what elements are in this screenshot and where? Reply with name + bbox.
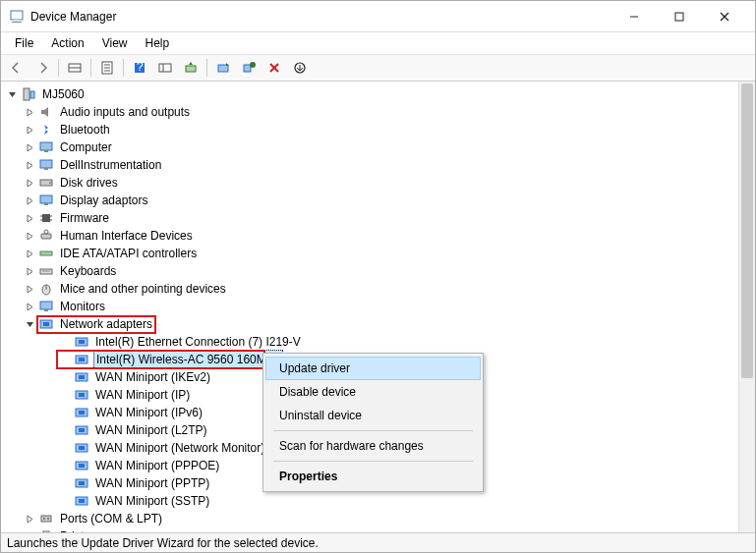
- device-tree[interactable]: MJ5060Audio inputs and outputsBluetoothC…: [1, 82, 755, 532]
- speaker-icon: [38, 104, 54, 120]
- toolbar-sep: [58, 59, 59, 77]
- tree-category[interactable]: Firmware: [5, 209, 755, 227]
- tree-root[interactable]: MJ5060: [5, 85, 755, 103]
- tree-category[interactable]: Print queues: [5, 527, 755, 532]
- svg-rect-53: [79, 358, 85, 361]
- svg-rect-26: [40, 142, 52, 150]
- device-label: WAN Miniport (IPv6): [93, 404, 204, 421]
- ctx-uninstall-device[interactable]: Uninstall device: [265, 404, 481, 427]
- svg-rect-24: [24, 88, 29, 100]
- menu-help[interactable]: Help: [138, 34, 178, 52]
- chevron-down-icon[interactable]: [23, 317, 36, 331]
- menu-action[interactable]: Action: [43, 34, 91, 52]
- monitor-icon: [38, 139, 54, 155]
- chevron-right-icon[interactable]: [23, 247, 36, 260]
- forward-button[interactable]: [30, 57, 54, 79]
- svg-rect-34: [42, 214, 50, 222]
- chevron-right-icon[interactable]: [23, 105, 36, 119]
- ctx-disable-device[interactable]: Disable device: [265, 380, 481, 404]
- net-icon: [74, 405, 89, 420]
- tree-category[interactable]: Human Interface Devices: [5, 227, 755, 245]
- uninstall-button[interactable]: [237, 57, 261, 79]
- chevron-right-icon[interactable]: [23, 300, 36, 313]
- scan-button[interactable]: [179, 57, 203, 79]
- context-menu: Update driver Disable device Uninstall d…: [262, 353, 484, 492]
- statusbar: Launches the Update Driver Wizard for th…: [1, 532, 755, 552]
- net-icon: [74, 352, 89, 367]
- help-button[interactable]: ?: [128, 57, 151, 79]
- action-button[interactable]: [153, 57, 177, 79]
- chevron-right-icon[interactable]: [23, 211, 36, 225]
- svg-rect-15: [159, 64, 171, 72]
- back-button[interactable]: [5, 57, 29, 79]
- category-label: Firmware: [58, 209, 111, 227]
- printer-icon: [38, 528, 54, 532]
- close-button[interactable]: [702, 2, 747, 31]
- svg-rect-1: [14, 20, 20, 22]
- enable-button[interactable]: [288, 57, 312, 79]
- ctx-update-driver[interactable]: Update driver: [265, 357, 481, 380]
- scroll-thumb[interactable]: [741, 83, 753, 378]
- svg-point-71: [43, 518, 45, 520]
- ctx-properties[interactable]: Properties: [265, 465, 481, 488]
- chevron-right-icon[interactable]: [23, 229, 36, 243]
- app-icon: [9, 9, 25, 25]
- svg-rect-74: [43, 531, 49, 532]
- svg-rect-17: [186, 66, 196, 72]
- minimize-button[interactable]: [611, 2, 657, 31]
- device-label: WAN Miniport (L2TP): [93, 421, 209, 439]
- tree-category[interactable]: IDE ATA/ATAPI controllers: [5, 245, 755, 262]
- svg-rect-27: [44, 150, 48, 152]
- ctx-separator: [273, 461, 473, 462]
- net-icon: [74, 369, 89, 385]
- tree-category[interactable]: Display adaptors: [5, 192, 755, 209]
- tree-device[interactable]: Intel(R) Ethernet Connection (7) I219-V: [5, 333, 755, 351]
- chevron-right-icon[interactable]: [23, 264, 36, 278]
- scrollbar[interactable]: [738, 82, 755, 532]
- chevron-down-icon[interactable]: [5, 87, 19, 101]
- tree-category[interactable]: Computer: [5, 138, 755, 156]
- category-label: Display adaptors: [58, 192, 149, 209]
- svg-rect-18: [218, 65, 228, 72]
- maximize-button[interactable]: [657, 2, 702, 31]
- tree-category[interactable]: Network adapters: [5, 315, 755, 333]
- chevron-right-icon[interactable]: [23, 123, 36, 137]
- chevron-right-icon[interactable]: [23, 194, 36, 207]
- menu-file[interactable]: File: [7, 34, 41, 52]
- device-label: Intel(R) Wireless-AC 9560 160MHz: [93, 350, 283, 369]
- svg-rect-69: [79, 499, 85, 503]
- show-hide-button[interactable]: [63, 57, 87, 79]
- net-icon: [74, 493, 89, 509]
- menubar: File Action View Help: [1, 32, 755, 54]
- device-label: WAN Miniport (Network Monitor): [93, 439, 266, 457]
- category-label: IDE ATA/ATAPI controllers: [58, 245, 199, 262]
- disable-button[interactable]: [262, 57, 286, 79]
- ctx-scan-hardware[interactable]: Scan for hardware changes: [265, 434, 481, 458]
- tree-category[interactable]: Keyboards: [5, 262, 755, 280]
- svg-rect-70: [41, 516, 51, 522]
- properties-button[interactable]: [95, 57, 119, 79]
- tree-category[interactable]: Audio inputs and outputs: [5, 103, 755, 121]
- chevron-right-icon[interactable]: [23, 282, 36, 296]
- svg-point-31: [49, 182, 51, 184]
- window-controls: [611, 2, 747, 31]
- tree-category[interactable]: Mice and other pointing devices: [5, 280, 755, 298]
- tree-category[interactable]: DellInstrumentation: [5, 156, 755, 174]
- category-label: Computer: [58, 138, 114, 156]
- chevron-right-icon[interactable]: [23, 529, 36, 532]
- device-label: WAN Miniport (PPTP): [93, 474, 211, 492]
- bluetooth-icon: [38, 122, 54, 138]
- chevron-right-icon[interactable]: [23, 140, 36, 154]
- tree-category[interactable]: Bluetooth: [5, 121, 755, 138]
- update-driver-button[interactable]: [211, 57, 235, 79]
- chevron-right-icon[interactable]: [23, 158, 36, 172]
- tree-device[interactable]: WAN Miniport (SSTP): [5, 492, 755, 510]
- tree-category[interactable]: Ports (COM & LPT): [5, 510, 755, 527]
- toolbar-sep: [123, 59, 124, 77]
- tree-category[interactable]: Monitors: [5, 298, 755, 315]
- menu-view[interactable]: View: [94, 34, 136, 52]
- chevron-right-icon[interactable]: [23, 512, 36, 525]
- tree-category[interactable]: Disk drives: [5, 174, 755, 192]
- net-icon: [74, 422, 89, 438]
- chevron-right-icon[interactable]: [23, 176, 36, 190]
